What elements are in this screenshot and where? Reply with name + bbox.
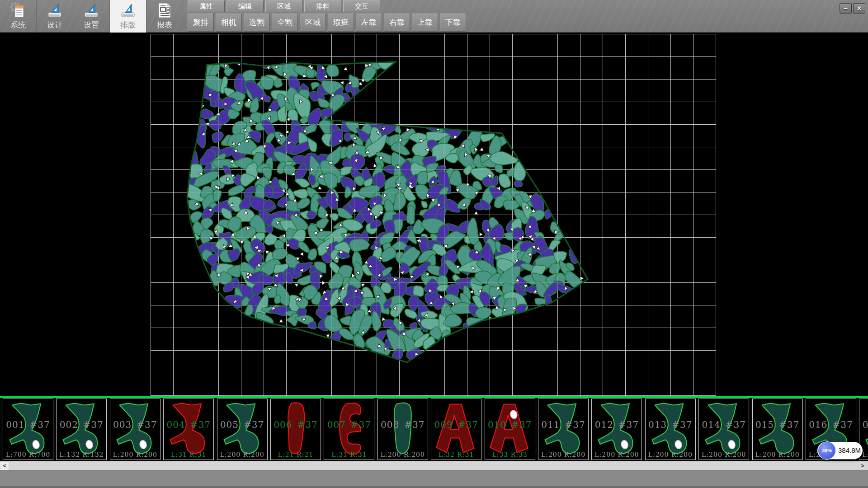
- part-lr-label: L:31 R:31: [164, 451, 213, 458]
- menu-tab-4[interactable]: 排料: [304, 0, 341, 12]
- ruler-icon: [83, 0, 99, 21]
- part-thumbnail-015_#37[interactable]: 015_#37L:200 R:200: [752, 399, 803, 460]
- part-id-label: 016_#37: [806, 419, 856, 430]
- app-button-4[interactable]: 排版: [110, 0, 146, 33]
- part-id-label: 002_#37: [57, 419, 106, 430]
- part-id-label: 011_#37: [538, 419, 588, 430]
- part-id-label: 013_#37: [646, 419, 695, 430]
- scroll-right-button[interactable]: >: [859, 462, 867, 470]
- part-thumbnail-003_#37[interactable]: 003_#37L:200 R:200: [110, 399, 160, 460]
- menu-tab-3[interactable]: 区域: [265, 0, 302, 12]
- tool-button-8[interactable]: 右靠: [384, 14, 410, 32]
- part-thumbnail-002_#37[interactable]: 002_#37L:132 R:132: [56, 399, 107, 460]
- part-thumbnail-014_#37[interactable]: 014_#37L:200 R:200: [698, 399, 749, 460]
- part-id-label: 017_#37: [859, 419, 868, 430]
- part-lr-label: L:200 R:200: [378, 451, 428, 458]
- part-thumbnail-011_#37[interactable]: 011_#37L:200 R:200: [538, 399, 589, 460]
- part-lr-label: L:200 R:200: [699, 451, 749, 458]
- ribbon: 系统设计设置排版报表 属性编辑区域排料交互 聚排相机选割全割区域瑕疵左靠右靠上靠…: [0, 0, 868, 33]
- app-button-label: 排版: [120, 21, 136, 30]
- menu-tab-1[interactable]: 属性: [188, 0, 225, 12]
- app-button-label: 设计: [47, 21, 62, 30]
- close-button[interactable]: ×: [853, 3, 865, 14]
- part-lr-label: L:700 R:700: [3, 451, 53, 458]
- part-thumbnail-009_#37[interactable]: 009_#37L:32 R:31: [431, 399, 481, 460]
- part-id-label: 004_#37: [164, 419, 213, 430]
- usage-percent-badge: 38%: [818, 441, 836, 460]
- part-thumbnail-007_#37[interactable]: 007_#37L:31 R:31: [324, 399, 374, 460]
- part-lr-label: L:200 R:200: [538, 451, 588, 458]
- app-buttons: 系统设计设置排版报表: [0, 0, 183, 33]
- app-button-label: 设置: [84, 21, 99, 30]
- part-lr-label: L:200 R:200: [110, 451, 160, 458]
- tool-button-9[interactable]: 上靠: [412, 14, 438, 32]
- part-id-label: 001_#37: [3, 419, 53, 430]
- part-lr-label: L:132 R:132: [57, 451, 106, 458]
- menu-tabs: 属性编辑区域排料交互: [188, 0, 382, 13]
- app-button-label: 系统: [10, 21, 26, 30]
- part-id-label: 015_#37: [753, 419, 802, 430]
- tool-buttons: 聚排相机选割全割区域瑕疵左靠右靠上靠下靠: [188, 14, 468, 32]
- part-lr-label: L:33 R:33: [485, 451, 535, 458]
- app-button-3[interactable]: 设置: [73, 0, 110, 33]
- part-lr-label: L:200 R:200: [217, 451, 267, 458]
- part-id-label: 010_#37: [485, 419, 535, 430]
- part-lr-label: L:32 R:31: [431, 451, 481, 458]
- report-icon: [156, 0, 173, 21]
- part-lr-label: L:200 R:200: [592, 451, 642, 458]
- menu-tab-5[interactable]: 交互: [343, 0, 380, 12]
- tool-button-1[interactable]: 聚排: [188, 14, 214, 32]
- system-icon: [9, 0, 27, 21]
- nesting-canvas[interactable]: [0, 33, 868, 396]
- window-controls: – ×: [840, 3, 865, 14]
- part-id-label: 006_#37: [271, 419, 321, 430]
- part-lr-label: L:200 R:200: [753, 451, 802, 458]
- memory-usage-label: 384.8M: [838, 442, 861, 459]
- part-thumbnail-004_#37[interactable]: 004_#37L:31 R:31: [163, 399, 214, 460]
- part-id-label: 009_#37: [431, 419, 481, 430]
- part-id-label: 008_#37: [378, 419, 428, 430]
- part-thumbnail-010_#37[interactable]: 010_#37L:33 R:33: [485, 399, 535, 460]
- part-id-label: 007_#37: [324, 419, 374, 430]
- part-id-label: 005_#37: [217, 419, 267, 430]
- part-thumbnail-012_#37[interactable]: 012_#37L:200 R:200: [591, 399, 642, 460]
- part-id-label: 012_#37: [592, 419, 642, 430]
- status-bar: [0, 470, 868, 488]
- app-button-2[interactable]: 设计: [37, 0, 73, 33]
- part-lr-label: L:31 R:31: [324, 451, 374, 458]
- part-lr-label: L:200 R:200: [646, 451, 695, 458]
- part-thumbnail-005_#37[interactable]: 005_#37L:200 R:200: [217, 399, 268, 460]
- tool-button-7[interactable]: 左靠: [356, 14, 382, 32]
- tool-button-5[interactable]: 区域: [300, 14, 326, 32]
- minimize-button[interactable]: –: [840, 3, 852, 14]
- horizontal-scrollbar[interactable]: < >: [0, 461, 868, 470]
- tool-button-6[interactable]: 瑕疵: [328, 14, 354, 32]
- menu-tab-2[interactable]: 编辑: [226, 0, 264, 12]
- app-button-label: 报表: [157, 21, 172, 30]
- app-button-1[interactable]: 系统: [0, 0, 37, 33]
- tool-button-4[interactable]: 全割: [272, 14, 298, 32]
- part-thumbnail-001_#37[interactable]: 001_#37L:700 R:700: [3, 399, 53, 460]
- app-button-5[interactable]: 报表: [146, 0, 183, 33]
- tool-button-10[interactable]: 下靠: [440, 14, 466, 32]
- part-lr-label: L:21 R:21: [271, 451, 321, 458]
- usage-badge: 38% 384.8M: [817, 442, 863, 459]
- part-id-label: 003_#37: [110, 419, 160, 430]
- part-thumbnail-006_#37[interactable]: 006_#37L:21 R:21: [270, 399, 321, 460]
- scroll-left-button[interactable]: <: [0, 462, 9, 470]
- part-id-label: 014_#37: [699, 419, 749, 430]
- part-thumbnail-013_#37[interactable]: 013_#37L:200 R:200: [645, 399, 696, 460]
- tool-button-3[interactable]: 选割: [244, 14, 270, 32]
- tool-button-2[interactable]: 相机: [216, 14, 242, 32]
- ruler-icon: [120, 0, 136, 21]
- part-thumbnail-008_#37[interactable]: 008_#37L:200 R:200: [377, 399, 428, 460]
- parts-strip: 001_#37L:700 R:700002_#37L:132 R:132003_…: [0, 398, 868, 461]
- ruler-icon: [47, 0, 63, 21]
